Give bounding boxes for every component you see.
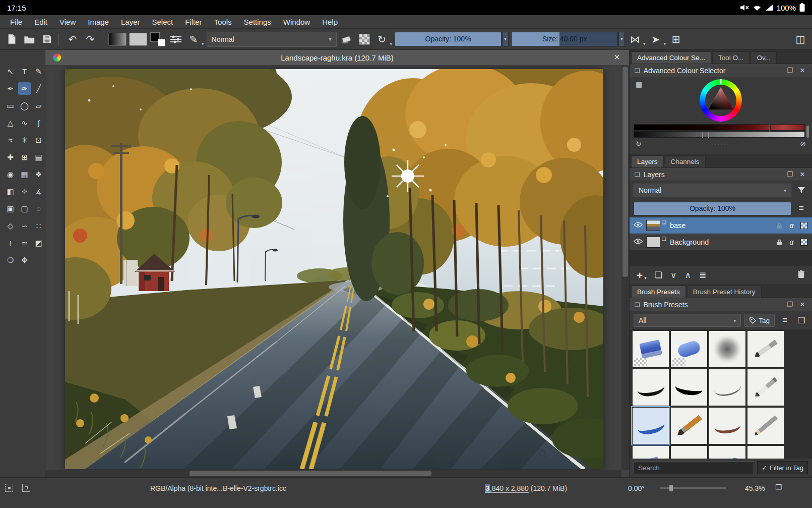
freehand-path-tool[interactable]: ∫	[32, 117, 45, 129]
layer-row-background[interactable]: ❏Backgroundα	[630, 234, 812, 251]
menu-filter[interactable]: Filter	[179, 16, 208, 28]
foreground-background-colors[interactable]	[150, 32, 166, 47]
measure-tool[interactable]: ∡	[32, 185, 45, 198]
edit-shapes-tool[interactable]: ✎	[32, 65, 45, 78]
pattern-chooser[interactable]	[129, 33, 147, 46]
background-color-swatch[interactable]	[158, 39, 165, 46]
select-shapes-tool[interactable]: ↖	[4, 65, 17, 78]
move-layer-up-button[interactable]: ∧	[685, 270, 691, 280]
docker-tab-tool-o[interactable]: Tool O...	[712, 51, 749, 64]
shade-gradient-strip[interactable]	[634, 124, 805, 131]
tab-brush-preset-history[interactable]: Brush Preset History	[687, 286, 762, 298]
advanced-color-selector[interactable]: ▤ ↻	[630, 77, 812, 154]
similar-select-tool[interactable]: ∷	[32, 219, 45, 232]
freehand-brush-tool[interactable]: ✑	[18, 82, 31, 95]
image-dimensions[interactable]: 3,840 x 2,880 (120.7 MiB)	[485, 484, 567, 492]
mirror-vertical-caret-icon[interactable]: ▾	[664, 41, 666, 49]
zoom-slider-handle[interactable]	[669, 485, 673, 491]
brush-editor-button[interactable]: ✎	[186, 32, 201, 47]
brush-preset-pen-blue[interactable]	[670, 445, 708, 459]
ellipse-tool[interactable]: ◯	[18, 99, 31, 112]
menu-window[interactable]: Window	[277, 16, 316, 28]
selection-display-icon[interactable]	[5, 484, 13, 492]
rotation-angle[interactable]: 0.00°	[628, 484, 645, 492]
layer-lock-icon[interactable]	[775, 239, 784, 246]
brush-editor-caret-icon[interactable]: ▾	[202, 41, 204, 49]
gradient-tool[interactable]: ▤	[32, 151, 45, 163]
opacity-dropdown-icon[interactable]: ▾	[502, 32, 509, 46]
close-docker-icon[interactable]: ✕	[798, 171, 807, 178]
layer-blend-mode-select[interactable]: Normal▾	[634, 184, 791, 197]
layer-alpha-lock-icon[interactable]: α	[787, 221, 796, 230]
add-layer-caret-icon[interactable]: ▾	[644, 275, 647, 284]
menu-file[interactable]: File	[4, 16, 28, 28]
tab-brush-presets[interactable]: Brush Presets	[631, 286, 686, 298]
layer-visibility-icon[interactable]	[634, 238, 643, 246]
dynamic-brush-tool[interactable]: ≈	[4, 134, 17, 146]
color-sampler-tool[interactable]: ◉	[4, 168, 17, 181]
polygon-select-tool[interactable]: ◇	[4, 219, 17, 232]
menu-image[interactable]: Image	[82, 16, 115, 28]
tab-channels[interactable]: Channels	[665, 155, 706, 167]
opacity-slider[interactable]: Opacity: 100%	[395, 32, 502, 46]
bezier-curve-tool[interactable]: ∿	[18, 117, 31, 129]
reference-images-tool[interactable]: ▣	[4, 202, 17, 215]
float-docker-icon[interactable]: ❐	[785, 301, 794, 308]
float-docker-icon[interactable]: ❐	[785, 67, 794, 74]
line-tool[interactable]: ╱	[32, 82, 45, 95]
selector-settings-icon[interactable]: ▤	[636, 80, 642, 88]
brush-preset-pencil-soft[interactable]	[747, 445, 784, 459]
assistants-tool[interactable]: ✧	[18, 185, 31, 198]
menu-help[interactable]: Help	[316, 16, 344, 28]
brush-preset-pen-fine[interactable]	[709, 369, 746, 406]
shade-strip-handle[interactable]	[769, 123, 771, 132]
contiguous-select-tool[interactable]: ◩	[32, 237, 45, 249]
blend-mode-select[interactable]: Normal▾	[207, 32, 337, 47]
layer-menu-icon[interactable]: ≡	[795, 202, 808, 215]
text-tool[interactable]: T	[18, 65, 31, 78]
save-button[interactable]	[39, 32, 54, 47]
brush-preset-airbrush-soft[interactable]	[709, 330, 746, 368]
magnetic-select-tool[interactable]: ≃	[18, 237, 31, 249]
size-dropdown-icon[interactable]: ▾	[618, 32, 625, 46]
brush-preset-pencil[interactable]	[747, 407, 784, 444]
mirror-horizontal-caret-icon[interactable]: ▾	[643, 41, 646, 49]
layer-inherit-alpha-icon[interactable]	[799, 239, 808, 246]
menu-settings[interactable]: Settings	[238, 16, 277, 28]
reload-caret-icon[interactable]: ▾	[390, 41, 393, 49]
close-docker-icon[interactable]: ✕	[798, 67, 807, 74]
delete-layer-button[interactable]	[797, 270, 805, 281]
layer-lock-icon[interactable]	[775, 222, 784, 229]
search-input[interactable]	[634, 461, 754, 474]
size-slider[interactable]: Size: 40.00 px	[511, 32, 618, 46]
brush-preset-ink-pen[interactable]	[747, 330, 784, 368]
color-wheel[interactable]	[700, 79, 742, 122]
docker-splitter-handle[interactable]: ······	[642, 140, 800, 147]
vertical-scrollbar-thumb[interactable]	[622, 67, 628, 277]
canvas-painting[interactable]: ( Q	[65, 69, 603, 469]
float-docker-icon[interactable]: ❐	[785, 171, 794, 178]
reload-preset-button[interactable]: ↻	[374, 32, 390, 47]
canvas-only-button[interactable]: ❒	[775, 483, 782, 492]
menu-layer[interactable]: Layer	[115, 16, 146, 28]
layer-visibility-icon[interactable]	[634, 221, 643, 230]
canvas-viewport[interactable]: ( Q	[45, 66, 629, 477]
brush-preset-paintbrush[interactable]	[670, 407, 708, 444]
crop-tool[interactable]: ⊞	[18, 151, 31, 163]
brush-preset-marker-blue[interactable]	[632, 407, 669, 444]
zoom-slider[interactable]	[660, 487, 726, 489]
layer-inherit-alpha-icon[interactable]	[799, 222, 808, 229]
transform-tool[interactable]: ⊡	[32, 134, 45, 146]
gamut-mask-off-icon[interactable]: ⊘	[800, 140, 806, 148]
docker-tab-ov[interactable]: Ov...	[751, 51, 777, 64]
menu-edit[interactable]: Edit	[28, 16, 53, 28]
refresh-icon[interactable]: ↻	[636, 140, 642, 148]
move-layer-down-button[interactable]: ∨	[670, 270, 676, 280]
pan-tool[interactable]: ✥	[18, 254, 31, 266]
strip-side-handle[interactable]	[806, 126, 809, 138]
zoom-tool[interactable]: ❍	[4, 254, 17, 266]
rect-select-tool[interactable]: ▢	[18, 202, 31, 215]
layer-properties-button[interactable]: ≣	[699, 270, 706, 280]
docker-tab-advanced-colour-se[interactable]: Advanced Colour Se...	[631, 51, 711, 64]
trim-to-image-button[interactable]: ⊞	[668, 32, 683, 47]
